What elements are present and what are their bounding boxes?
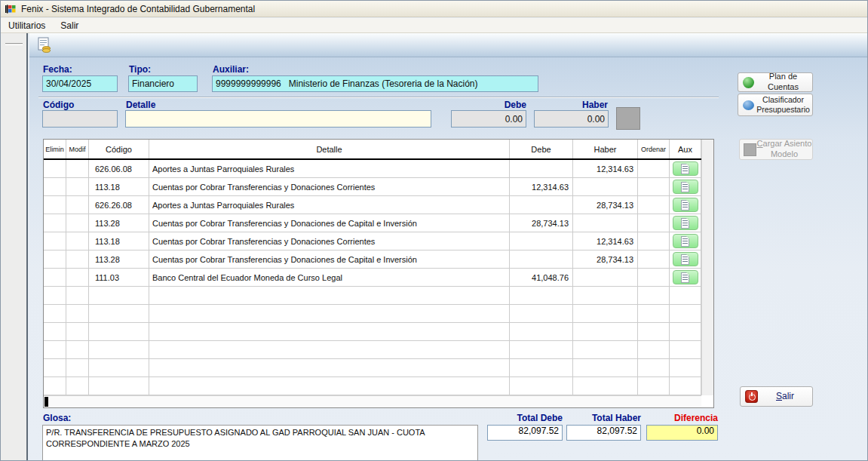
salir-button[interactable]: Salir — [740, 386, 813, 407]
table-row[interactable]: 111.03Banco Central del Ecuador Moneda d… — [44, 269, 701, 287]
debe-cell — [510, 250, 573, 268]
document-icon — [681, 200, 689, 211]
column-header-4[interactable]: Debe — [510, 140, 573, 158]
total-debe-value: 82,097.52 — [487, 425, 563, 441]
aux-cell — [670, 250, 701, 268]
table-row[interactable]: 113.18Cuentas por Cobrar Transferencias … — [44, 232, 701, 250]
vertical-scrollbar[interactable] — [701, 140, 713, 395]
table-row[interactable]: 113.28Cuentas por Cobrar Transferencias … — [44, 250, 701, 269]
aux-button[interactable] — [673, 270, 698, 284]
cargar-asiento-modelo-button[interactable]: Cargar Asiento Modelo — [739, 139, 813, 160]
add-entry-button[interactable] — [616, 107, 640, 130]
menu-bar: Utilitarios Salir — [1, 18, 867, 33]
elimin-cell — [44, 160, 66, 177]
table-row[interactable]: 113.18Cuentas por Cobrar Transferencias … — [44, 178, 701, 196]
haber-cell — [573, 287, 638, 304]
fecha-input[interactable] — [42, 75, 118, 92]
ordenar-cell — [638, 341, 670, 358]
table-row[interactable]: 626.06.08Aportes a Juntas Parroquiales R… — [44, 160, 701, 178]
elimin-cell — [44, 359, 66, 376]
aux-button[interactable] — [673, 252, 698, 266]
haber-cell — [573, 269, 638, 286]
app-window: Fenix - Sistema Integrado de Contabilida… — [0, 0, 868, 461]
ordenar-cell — [638, 250, 670, 268]
haber-cell: 12,314.63 — [573, 160, 638, 177]
haber-cell: 28,734.13 — [573, 250, 638, 268]
aux-cell — [670, 214, 701, 232]
column-header-3[interactable]: Detalle — [149, 140, 510, 158]
aux-button[interactable] — [673, 216, 698, 230]
codigo-cell — [89, 323, 149, 340]
total-haber-value: 82,097.52 — [566, 425, 641, 441]
tipo-input[interactable] — [128, 75, 198, 92]
menu-salir[interactable]: Salir — [53, 19, 86, 32]
detalle-cell — [149, 287, 510, 304]
detalle-cell: Aportes a Juntas Parroquiales Rurales — [149, 160, 510, 177]
table-row-empty[interactable] — [44, 323, 701, 341]
plan-de-cuentas-label: Plan de Cuentas — [754, 72, 812, 93]
table-row-empty[interactable] — [44, 287, 701, 305]
table-row[interactable]: 626.26.08Aportes a Juntas Parroquiales R… — [44, 196, 701, 214]
aux-button[interactable] — [673, 234, 698, 248]
detalle-cell — [149, 341, 510, 358]
elimin-cell — [44, 305, 66, 322]
left-collapsed-panel[interactable] — [1, 33, 28, 461]
detalle-cell: Cuentas por Cobrar Transferencias y Dona… — [149, 250, 510, 268]
menu-utilitarios[interactable]: Utilitarios — [1, 19, 53, 32]
modif-cell — [66, 323, 89, 340]
gray-square-icon — [744, 143, 756, 156]
debe-cell: 12,314.63 — [510, 178, 573, 195]
debe-cell — [510, 196, 573, 214]
column-header-2[interactable]: Código — [89, 140, 149, 158]
codigo-cell: 111.03 — [89, 269, 149, 286]
modif-cell — [66, 214, 89, 232]
clasificador-presupuestario-button[interactable]: Clasificador Presupuestario — [738, 94, 813, 116]
document-icon — [681, 236, 689, 247]
haber-cell — [573, 359, 638, 376]
codigo-cell: 626.26.08 — [89, 196, 149, 214]
aux-button[interactable] — [673, 198, 698, 212]
detalle-input[interactable] — [125, 110, 431, 128]
table-row-empty[interactable] — [44, 359, 701, 377]
glosa-textarea[interactable]: P/R. TRANSFERENCIA DE PRESUPUESTO ASIGNA… — [42, 425, 478, 461]
detalle-cell — [149, 377, 510, 395]
table-row-empty[interactable] — [44, 341, 701, 359]
blue-sphere-icon — [743, 100, 754, 110]
column-header-5[interactable]: Haber — [573, 140, 638, 158]
elimin-cell — [44, 287, 66, 304]
column-header-7[interactable]: Aux — [670, 140, 701, 158]
aux-button[interactable] — [673, 180, 698, 194]
new-entry-document-icon[interactable] — [35, 37, 54, 54]
auxiliar-input[interactable] — [212, 75, 538, 92]
table-row-empty[interactable] — [44, 305, 701, 323]
column-header-0[interactable]: Elimin — [44, 140, 66, 158]
cargar-asiento-modelo-label: Cargar Asiento Modelo — [756, 139, 812, 160]
modif-cell — [66, 305, 89, 322]
aux-cell — [670, 178, 701, 195]
column-header-1[interactable]: Modif — [66, 140, 89, 158]
table-header-row: EliminModifCódigoDetalleDebeHaberOrdenar… — [44, 140, 701, 160]
codigo-input[interactable] — [42, 110, 118, 128]
fecha-label: Fecha: — [43, 64, 72, 75]
tipo-label: Tipo: — [129, 64, 151, 75]
horizontal-scrollbar[interactable] — [44, 395, 701, 407]
aux-cell — [670, 377, 701, 395]
aux-cell — [670, 232, 701, 250]
debe-input[interactable] — [451, 110, 526, 128]
aux-button[interactable] — [673, 161, 698, 176]
plan-de-cuentas-button[interactable]: Plan de Cuentas — [738, 72, 813, 92]
modif-cell — [66, 250, 89, 268]
horizontal-scrollbar-thumb[interactable] — [44, 397, 48, 407]
app-logo-icon — [5, 3, 17, 15]
splitter-handle[interactable] — [5, 43, 23, 45]
table-row[interactable]: 113.28Cuentas por Cobrar Transferencias … — [44, 214, 701, 232]
haber-cell — [573, 178, 638, 195]
table-row-empty[interactable] — [44, 377, 701, 395]
debe-cell — [510, 323, 573, 340]
form-separator — [38, 97, 719, 98]
haber-cell — [573, 377, 638, 395]
haber-input[interactable] — [534, 110, 609, 128]
column-header-6[interactable]: Ordenar — [638, 140, 670, 158]
table-body: 626.06.08Aportes a Juntas Parroquiales R… — [44, 160, 701, 395]
total-debe-label: Total Debe — [487, 413, 563, 423]
